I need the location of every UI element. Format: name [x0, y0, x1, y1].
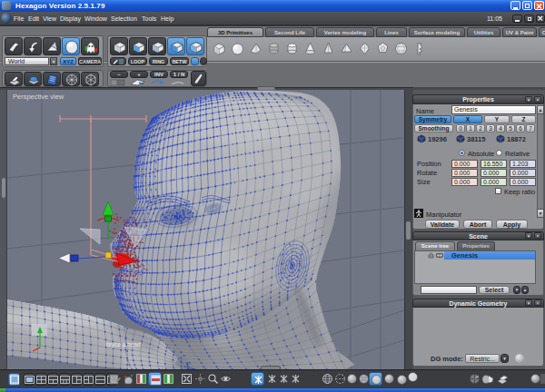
svg-text:Perspective view: Perspective view — [13, 93, 64, 101]
svg-text:bryce a head: bryce a head — [106, 341, 141, 348]
